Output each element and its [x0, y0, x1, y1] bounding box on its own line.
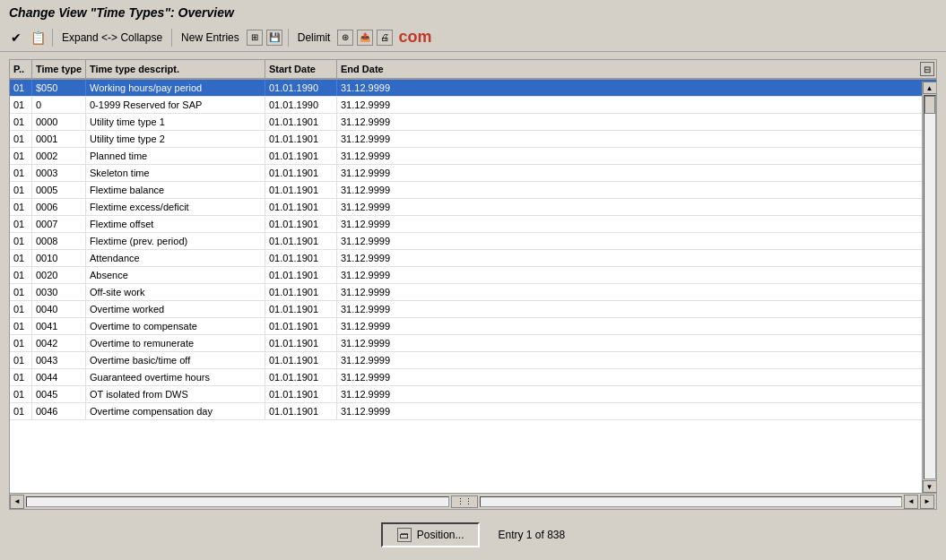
- table-cell: 01: [10, 114, 32, 130]
- scroll-track[interactable]: [924, 95, 936, 479]
- table-row[interactable]: 010005Flextime balance01.01.190131.12.99…: [10, 182, 936, 199]
- toolbar-sep-1: [52, 29, 53, 47]
- h-scroll-left-track[interactable]: [26, 496, 449, 507]
- table-cell: 01: [10, 80, 32, 96]
- table-row[interactable]: 010030Off-site work01.01.190131.12.9999: [10, 284, 936, 301]
- table-row[interactable]: 010041Overtime to compensate01.01.190131…: [10, 318, 936, 335]
- toolbar: ✔ 📋 Expand <-> Collapse New Entries ⊞ 💾 …: [0, 23, 946, 52]
- table-row[interactable]: 010043Overtime basic/time off01.01.19013…: [10, 352, 936, 369]
- table-row[interactable]: 010001Utility time type 201.01.190131.12…: [10, 131, 936, 148]
- table-cell: 31.12.9999: [337, 267, 409, 283]
- table-cell: 0005: [32, 182, 86, 198]
- table-cell: 31.12.9999: [337, 284, 409, 300]
- table-cell: 01.01.1901: [265, 148, 337, 164]
- table-row[interactable]: 010040Overtime worked01.01.190131.12.999…: [10, 301, 936, 318]
- table-cell: 31.12.9999: [337, 131, 409, 147]
- table-cell: 0001: [32, 131, 86, 147]
- table-cell: Off-site work: [86, 284, 265, 300]
- table-row[interactable]: 010046Overtime compensation day01.01.190…: [10, 403, 936, 420]
- h-scroll-left-button[interactable]: ◄: [10, 495, 24, 509]
- delimit-icon-3[interactable]: 🖨: [377, 30, 393, 46]
- table-cell: Utility time type 2: [86, 131, 265, 147]
- table-cell: 01.01.1901: [265, 216, 337, 232]
- table-cell: 0000: [32, 114, 86, 130]
- position-button[interactable]: 🗃 Position...: [381, 522, 481, 547]
- table-cell: 01.01.1901: [265, 114, 337, 130]
- h-scroll-center[interactable]: ⋮⋮: [451, 495, 478, 508]
- table-cell: 01: [10, 403, 32, 419]
- position-icon: 🗃: [397, 528, 412, 542]
- table-cell: 01.01.1901: [265, 301, 337, 317]
- table-row[interactable]: 010008Flextime (prev. period)01.01.19013…: [10, 233, 936, 250]
- table-cell: Flextime offset: [86, 216, 265, 232]
- table-cell: Working hours/pay period: [86, 80, 265, 96]
- table-row[interactable]: 010000Utility time type 101.01.190131.12…: [10, 114, 936, 131]
- table-row[interactable]: 010045OT isolated from DWS01.01.190131.1…: [10, 386, 936, 403]
- table-cell: 01: [10, 267, 32, 283]
- h-scroll-right-track[interactable]: [480, 496, 903, 507]
- table-cell: 31.12.9999: [337, 335, 409, 351]
- table-cell: 0008: [32, 233, 86, 249]
- table-cell: 01: [10, 386, 32, 402]
- table-cell: 0010: [32, 250, 86, 266]
- table-row[interactable]: 0100-1999 Reserved for SAP01.01.199031.1…: [10, 97, 936, 114]
- table-cell: Attendance: [86, 250, 265, 266]
- copy-rows-icon[interactable]: ⊞: [247, 30, 263, 46]
- table-row[interactable]: 010002Planned time01.01.190131.12.9999: [10, 148, 936, 165]
- expand-collapse-button[interactable]: Expand <-> Collapse: [58, 30, 166, 46]
- table-row[interactable]: 01$050Working hours/pay period01.01.1990…: [10, 80, 936, 97]
- table-cell: 31.12.9999: [337, 80, 409, 96]
- h-scroll-prev-button[interactable]: ◄: [904, 495, 918, 509]
- table-cell: 01.01.1990: [265, 80, 337, 96]
- horizontal-scrollbar: ◄ ⋮⋮ ◄ ►: [10, 493, 936, 509]
- table-row[interactable]: 010007Flextime offset01.01.190131.12.999…: [10, 216, 936, 233]
- table-cell: 01: [10, 335, 32, 351]
- table-cell: 31.12.9999: [337, 250, 409, 266]
- table-row[interactable]: 010006Flextime excess/deficit01.01.19013…: [10, 199, 936, 216]
- table-cell: 01: [10, 97, 32, 113]
- table-cell: 31.12.9999: [337, 318, 409, 334]
- table-row[interactable]: 010003Skeleton time01.01.190131.12.9999: [10, 165, 936, 182]
- configure-columns-icon[interactable]: ⊟: [920, 62, 934, 76]
- table-cell: 0040: [32, 301, 86, 317]
- vertical-scrollbar[interactable]: ▲ ▼: [922, 82, 936, 493]
- clipboard-icon[interactable]: 📋: [29, 29, 47, 47]
- delimit-icon-1[interactable]: ⊛: [337, 30, 353, 46]
- table-cell: 01.01.1901: [265, 182, 337, 198]
- table-cell: 0006: [32, 199, 86, 215]
- table-row[interactable]: 010010Attendance01.01.190131.12.9999: [10, 250, 936, 267]
- scroll-up-button[interactable]: ▲: [923, 82, 937, 94]
- delimit-button[interactable]: Delimit: [294, 30, 334, 46]
- col-header-start: Start Date: [265, 60, 337, 78]
- table-cell: 31.12.9999: [337, 165, 409, 181]
- table-row[interactable]: 010042Overtime to remunerate01.01.190131…: [10, 335, 936, 352]
- scroll-down-button[interactable]: ▼: [923, 480, 937, 493]
- table-row[interactable]: 010044Guaranteed overtime hours01.01.190…: [10, 369, 936, 386]
- table-cell: 31.12.9999: [337, 114, 409, 130]
- table-cell: Flextime excess/deficit: [86, 199, 265, 215]
- table-cell: 01.01.1901: [265, 352, 337, 368]
- save-icon[interactable]: 💾: [266, 30, 282, 46]
- table-header: P.. Time type Time type descript. Start …: [10, 60, 936, 80]
- table-cell: 01: [10, 284, 32, 300]
- table-cell: Flextime balance: [86, 182, 265, 198]
- delimit-icon-2[interactable]: 📤: [357, 30, 373, 46]
- table-cell: 31.12.9999: [337, 216, 409, 232]
- new-entries-button[interactable]: New Entries: [178, 30, 243, 46]
- table-cell: Planned time: [86, 148, 265, 164]
- table-cell: 31.12.9999: [337, 352, 409, 368]
- table-cell: 0043: [32, 352, 86, 368]
- table-cell: 01.01.1990: [265, 97, 337, 113]
- table-cell: 01: [10, 318, 32, 334]
- table-cell: 0: [32, 97, 86, 113]
- table-cell: 0030: [32, 284, 86, 300]
- scroll-thumb[interactable]: [924, 96, 935, 114]
- table-cell: 31.12.9999: [337, 233, 409, 249]
- table-cell: 0045: [32, 386, 86, 402]
- checkmark-icon[interactable]: ✔: [7, 29, 25, 47]
- table-cell: 31.12.9999: [337, 301, 409, 317]
- table-cell: 01.01.1901: [265, 131, 337, 147]
- footer-area: 🗃 Position... Entry 1 of 838: [9, 517, 937, 553]
- h-scroll-next-button[interactable]: ►: [920, 495, 934, 509]
- table-row[interactable]: 010020Absence01.01.190131.12.9999: [10, 267, 936, 284]
